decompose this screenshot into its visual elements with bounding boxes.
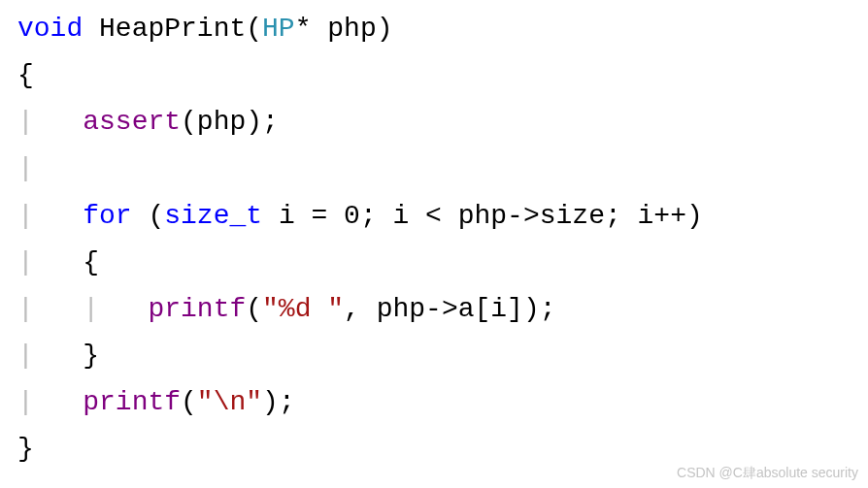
- type-hp: HP: [262, 14, 295, 44]
- indent-guide: |: [17, 201, 83, 231]
- indent-guide: |: [17, 341, 83, 371]
- printf2-rest: );: [262, 387, 295, 417]
- type-size-t: size_t: [164, 201, 262, 231]
- indent-guide: |: [17, 387, 83, 417]
- inner-brace-close: }: [83, 341, 99, 371]
- paren-open: (: [246, 14, 262, 44]
- keyword-for: for: [83, 201, 131, 231]
- indent-guide: | |: [17, 294, 148, 324]
- call-printf-2: printf: [83, 387, 181, 417]
- brace-close: }: [17, 434, 34, 464]
- indent-guide: |: [17, 107, 83, 137]
- signature-rest: * php): [295, 14, 393, 44]
- function-name: HeapPrint: [83, 14, 246, 44]
- indent-guide: |: [17, 153, 34, 183]
- string-fmt-2: "\n": [197, 387, 262, 417]
- call-printf-1: printf: [148, 294, 246, 324]
- code-block: void HeapPrint(HP* php) { | assert(php);…: [0, 0, 868, 479]
- keyword-void: void: [17, 14, 83, 44]
- for-decl: i = 0; i < php->size; i++): [262, 201, 703, 231]
- assert-args: (php);: [181, 107, 279, 137]
- brace-open: {: [17, 60, 34, 90]
- printf1-rest: , php->a[i]);: [344, 294, 555, 324]
- printf1-open: (: [246, 294, 262, 324]
- indent-guide: |: [17, 247, 83, 277]
- for-open: (: [132, 201, 165, 231]
- inner-brace-open: {: [83, 247, 99, 277]
- string-fmt-1: "%d ": [262, 294, 344, 324]
- watermark: CSDN @C肆absolute security: [677, 465, 858, 482]
- printf2-open: (: [181, 387, 197, 417]
- call-assert: assert: [83, 107, 181, 137]
